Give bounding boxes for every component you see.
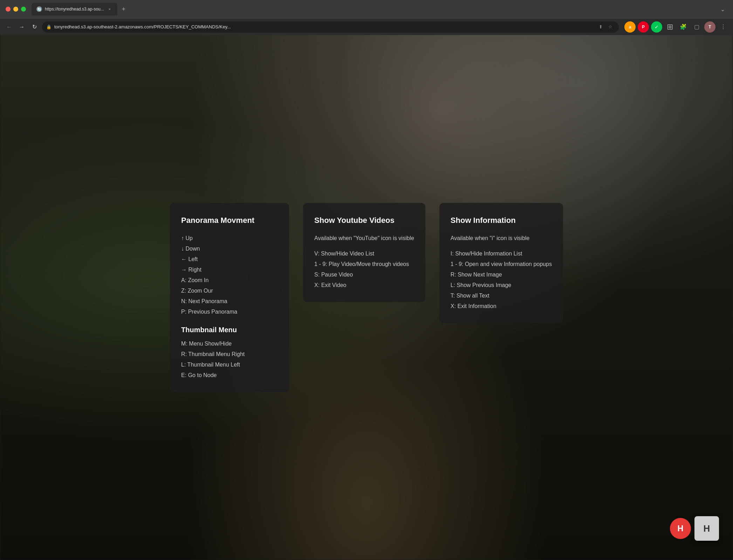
browser-chrome: 🔄 https://tonyredhead.s3.ap-sou... × + ⌄… — [0, 0, 733, 35]
list-item: R: Show Next Image — [451, 271, 552, 279]
list-item: ↓ Down — [181, 245, 278, 253]
address-text: tonyredhead.s3.ap-southeast-2.amazonaws.… — [54, 24, 594, 29]
active-tab[interactable]: 🔄 https://tonyredhead.s3.ap-sou... × — [32, 3, 117, 15]
information-card-subtitle: Available when "i" icon is visible — [451, 234, 552, 243]
new-tab-button[interactable]: + — [119, 4, 129, 14]
profile-avatar[interactable]: T — [704, 21, 715, 33]
tab-menu-button[interactable]: ⌄ — [718, 4, 727, 14]
page-content: Panorama Movment ↑ Up ↓ Down ← Left → Ri… — [0, 35, 733, 560]
nav-bar: ← → ↻ 🔒 tonyredhead.s3.ap-southeast-2.am… — [0, 18, 733, 35]
toolbar-right: a P ✓ ⊞ 🧩 ▢ T ⋮ — [624, 21, 729, 33]
list-item: A: Zoom In — [181, 276, 278, 285]
cards-container: Panorama Movment ↑ Up ↓ Down ← Left → Ri… — [156, 189, 577, 406]
thumbnail-section-title: Thumbnail Menu — [181, 326, 278, 334]
back-button[interactable]: ← — [4, 22, 14, 32]
list-item: S: Pause Video — [314, 271, 414, 279]
list-item: V: Show/Hide Video List — [314, 250, 414, 258]
h-button[interactable]: H — [670, 518, 691, 539]
key-button[interactable]: H — [694, 516, 719, 541]
minimize-window-button[interactable] — [13, 7, 18, 12]
information-card: Show Information Available when "i" icon… — [439, 203, 563, 323]
more-options-button[interactable]: ⋮ — [718, 21, 729, 33]
youtube-list: V: Show/Hide Video List 1 - 9: Play Vide… — [314, 250, 414, 289]
list-item: I: Show/Hide Information List — [451, 250, 552, 258]
list-item: R: Thumbnail Menu Right — [181, 350, 278, 358]
traffic-lights — [6, 7, 26, 12]
list-item: E: Go to Node — [181, 371, 278, 380]
grammarly-extension-icon[interactable]: ✓ — [651, 21, 662, 33]
information-list: I: Show/Hide Information List 1 - 9: Ope… — [451, 250, 552, 310]
list-item: T: Show all Text — [451, 292, 552, 300]
thumbnail-list: M: Menu Show/Hide R: Thumbnail Menu Righ… — [181, 340, 278, 380]
address-bar[interactable]: 🔒 tonyredhead.s3.ap-southeast-2.amazonaw… — [42, 21, 619, 33]
address-actions: ⬆ ☆ — [596, 23, 615, 31]
list-item: ↑ Up — [181, 234, 278, 243]
list-item: X: Exit Video — [314, 281, 414, 289]
bookmark-button[interactable]: ☆ — [606, 23, 615, 31]
tab-title: https://tonyredhead.s3.ap-sou... — [45, 7, 104, 12]
extensions-grid-icon[interactable]: ⊞ — [664, 21, 676, 33]
panorama-card: Panorama Movment ↑ Up ↓ Down ← Left → Ri… — [170, 203, 289, 392]
close-window-button[interactable] — [6, 7, 11, 12]
list-item: → Right — [181, 266, 278, 274]
list-item: M: Menu Show/Hide — [181, 340, 278, 348]
maximize-window-button[interactable] — [21, 7, 26, 12]
amazon-extension-icon[interactable]: a — [624, 21, 636, 33]
tab-favicon: 🔄 — [36, 6, 42, 12]
extensions-button[interactable]: 🧩 — [678, 21, 689, 33]
panorama-card-title: Panorama Movment — [181, 216, 278, 226]
split-screen-button[interactable]: ▢ — [691, 21, 702, 33]
list-item: L: Show Previous Image — [451, 281, 552, 289]
list-item: P: Previous Panorama — [181, 308, 278, 316]
share-button[interactable]: ⬆ — [596, 23, 605, 31]
panorama-list: ↑ Up ↓ Down ← Left → Right A: Zoom In Z:… — [181, 234, 278, 316]
list-item: Z: Zoom Our — [181, 287, 278, 295]
tab-close-button[interactable]: × — [107, 6, 112, 12]
information-card-title: Show Information — [451, 216, 552, 226]
lock-icon: 🔒 — [46, 25, 52, 29]
tab-bar: 🔄 https://tonyredhead.s3.ap-sou... × + ⌄ — [32, 3, 727, 15]
youtube-card-subtitle: Available when "YouTube" icon is visible — [314, 234, 414, 243]
forward-button[interactable]: → — [17, 22, 27, 32]
youtube-card-title: Show Youtube Videos — [314, 216, 414, 226]
list-item: L: Thumbnail Menu Left — [181, 361, 278, 369]
list-item: N: Next Panorama — [181, 297, 278, 306]
reload-button[interactable]: ↻ — [29, 22, 39, 32]
title-bar: 🔄 https://tonyredhead.s3.ap-sou... × + ⌄ — [0, 0, 733, 18]
list-item: 1 - 9: Play Video/Move through videos — [314, 260, 414, 268]
list-item: X: Exit Information — [451, 302, 552, 310]
list-item: 1 - 9: Open and view Information popups — [451, 260, 552, 268]
list-item: ← Left — [181, 255, 278, 264]
pinterest-extension-icon[interactable]: P — [638, 21, 649, 33]
youtube-card: Show Youtube Videos Available when "YouT… — [303, 203, 425, 302]
